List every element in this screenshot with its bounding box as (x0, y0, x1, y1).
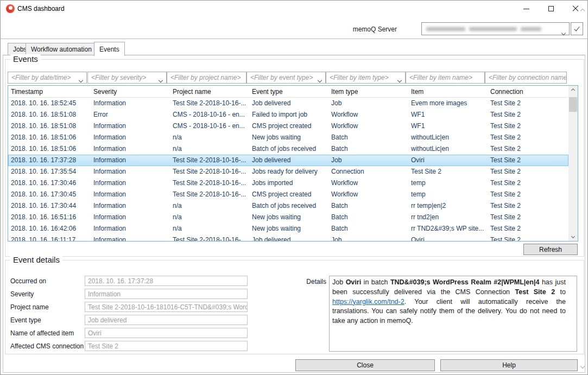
filter-placeholder: <Filter by severity> (91, 74, 146, 81)
filter-item-type[interactable]: <Filter by item type> (326, 72, 406, 84)
table-cell: 2018. 10. 16. 16:11:17 (8, 234, 91, 241)
server-confirm-button[interactable] (571, 22, 583, 35)
window-title: CMS dashboard (17, 5, 65, 12)
tab-workflow-automation[interactable]: Workflow automation (26, 43, 97, 55)
table-cell: Information (91, 177, 170, 189)
server-name-redacted (426, 27, 541, 31)
filter-connection-name[interactable]: <Filter by connection name> (485, 72, 567, 84)
table-row[interactable]: 2018. 10. 16. 17:30:46InformationTest Si… (8, 177, 568, 189)
window-controls (514, 1, 587, 17)
maximize-button[interactable] (539, 1, 563, 17)
table-row[interactable]: 2018. 10. 16. 16:11:17InformationTest Si… (8, 234, 568, 241)
column-header[interactable]: Timestamp (8, 86, 91, 97)
table-row[interactable]: 2018. 10. 16. 17:35:54InformationTest Si… (8, 166, 568, 177)
occurred-on-field[interactable]: 2018. 10. 16. 17:37:28 (85, 276, 248, 286)
table-cell: rr temp|en|2 (408, 200, 488, 212)
cms-connection-field[interactable]: Test Site 2 (85, 341, 248, 351)
table-row[interactable]: 2018. 10. 16. 18:51:06Informationn/aBatc… (8, 143, 568, 155)
table-cell: WF1 (408, 109, 488, 120)
minimize-button[interactable] (514, 1, 539, 17)
details-label: Details (283, 278, 326, 285)
table-cell: Batch (328, 223, 408, 234)
table-cell: n/a (170, 200, 249, 212)
vertical-scrollbar[interactable] (568, 86, 578, 241)
close-button[interactable]: Close (295, 359, 435, 371)
filter-placeholder: <Filter by project name> (170, 74, 241, 81)
table-cell: 2018. 10. 16. 18:51:06 (8, 143, 91, 155)
table-cell: Test Site 2 (488, 120, 568, 132)
filter-severity[interactable]: <Filter by severity> (87, 72, 167, 84)
column-header[interactable]: Connection (488, 86, 568, 97)
details-text-segment: in batch (361, 278, 390, 286)
table-cell: Test Site 2-2018-10-16-... (170, 166, 249, 177)
column-header[interactable]: Project name (170, 86, 249, 97)
severity-field[interactable]: Information (85, 289, 248, 299)
server-combobox[interactable] (421, 22, 570, 35)
event-type-label: Event type (10, 316, 41, 324)
table-row[interactable]: 2018. 10. 16. 18:51:08InformationCMS - 2… (8, 120, 568, 132)
table-cell: Test Site 2 (488, 223, 568, 234)
filter-date-time[interactable]: <Filter by date/time> (8, 72, 87, 84)
details-text-segment: Test Site 2 (515, 288, 555, 296)
project-name-field[interactable]: Test Site 2-2018-10-16-181016-C5T-TND&#0… (85, 302, 248, 312)
table-cell: Job (328, 234, 408, 241)
table-cell: Test Site 2-2018-10-16-... (170, 155, 249, 166)
refresh-button[interactable]: Refresh (523, 244, 578, 255)
table-cell: Test Site 2 (488, 189, 568, 200)
table-row[interactable]: 2018. 10. 16. 18:51:06Informationn/aNew … (8, 132, 568, 143)
table-cell: Batch of jobs received (249, 143, 328, 155)
chevron-up-icon (571, 88, 575, 92)
table-row[interactable]: 2018. 10. 16. 18:51:08ErrorCMS - 2018-10… (8, 109, 568, 120)
table-cell: Batch of jobs received (249, 200, 328, 212)
project-name-label: Project name (10, 303, 49, 311)
filter-item-name[interactable]: <Filter by item name> (406, 72, 485, 84)
table-cell: Test Site 2-2018-10-16-... (170, 234, 249, 241)
table-cell: 2018. 10. 16. 17:35:54 (8, 166, 91, 177)
details-link[interactable]: https://yarglik.com/tnd-2 (332, 298, 404, 306)
details-text[interactable]: Job Oviri in batch TND&#039;s WordPress … (329, 276, 577, 352)
events-table-body: 2018. 10. 16. 18:52:45InformationTest Si… (8, 98, 568, 241)
column-header[interactable]: Severity (91, 86, 170, 97)
table-cell: Workflow (328, 120, 408, 132)
table-row[interactable]: 2018. 10. 16. 16:51:16Informationn/aNew … (8, 212, 568, 223)
details-text-segment: Job (332, 278, 346, 286)
table-row[interactable]: 2018. 10. 16. 17:37:28InformationTest Si… (8, 155, 568, 166)
filter-project-name[interactable]: <Filter by project name> (167, 72, 246, 84)
table-row[interactable]: 2018. 10. 16. 17:30:44Informationn/aBatc… (8, 200, 568, 212)
column-header[interactable]: Event type (249, 86, 328, 97)
table-cell: Information (91, 155, 170, 166)
chevron-up-icon (581, 5, 584, 15)
table-cell: CMS - 2018-10-16 - en... (170, 120, 249, 132)
filter-event-type[interactable]: <Filter by event type> (246, 72, 326, 84)
table-cell: Job delivered (249, 155, 328, 166)
scroll-down-button[interactable] (568, 232, 578, 241)
minimize-icon (523, 9, 529, 9)
table-cell: withoutLic|en (408, 132, 488, 143)
chevron-down-icon (159, 76, 162, 84)
title-bar: CMS dashboard (1, 1, 587, 17)
table-row[interactable]: 2018. 10. 16. 18:52:45InformationTest Si… (8, 98, 568, 109)
help-button[interactable]: Help (440, 359, 578, 371)
scroll-up-button[interactable] (568, 86, 578, 95)
scrollbar-thumb[interactable] (569, 97, 577, 112)
memoq-logo-icon (6, 4, 15, 13)
table-row[interactable]: 2018. 10. 16. 17:30:45InformationTest Si… (8, 189, 568, 200)
affected-item-field[interactable]: Oviri (85, 328, 248, 338)
table-cell: withoutLic|en (408, 143, 488, 155)
chevron-down-icon (79, 76, 83, 84)
table-cell: Test Site 2 (408, 166, 488, 177)
event-type-field[interactable]: Job delivered (85, 315, 248, 325)
table-row[interactable]: 2018. 10. 16. 16:42:06Informationn/aNew … (8, 223, 568, 234)
table-cell: 2018. 10. 16. 18:51:08 (8, 120, 91, 132)
column-header[interactable]: Item (408, 86, 488, 97)
tab-events[interactable]: Events (94, 42, 125, 56)
table-cell: CMS project created (249, 120, 328, 132)
table-cell: Information (91, 212, 170, 223)
table-cell: New jobs waiting (249, 212, 328, 223)
events-group-title: Events (10, 54, 41, 63)
table-cell: Workflow (328, 177, 408, 189)
table-cell: Error (91, 109, 170, 120)
table-cell: 2018. 10. 16. 16:51:16 (8, 212, 91, 223)
column-header[interactable]: Item type (328, 86, 408, 97)
severity-label: Severity (10, 290, 34, 298)
